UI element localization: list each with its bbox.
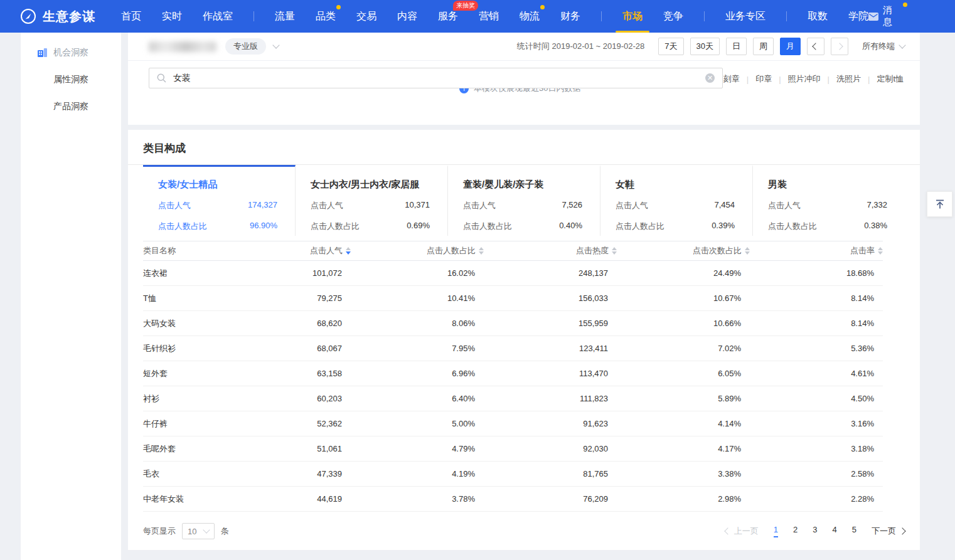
page-number-5[interactable]: 5	[852, 526, 856, 537]
category-tab-title: 男装	[768, 179, 887, 191]
metric-cell: 6.05%	[617, 361, 750, 386]
metric-row: 点击人气7,526	[463, 200, 582, 211]
metric-row: 点击人气7,332	[768, 200, 887, 211]
nav-item-品类[interactable]: 品类	[316, 0, 336, 33]
page-number-3[interactable]: 3	[813, 526, 817, 537]
table-row: 短外套63,1586.96%113,4706.05%4.61%	[143, 361, 883, 386]
sidebar-item-机会洞察[interactable]: 机会洞察	[21, 39, 121, 66]
range-button-月[interactable]: 月	[780, 38, 801, 55]
brand[interactable]: 生意参谋	[0, 8, 95, 25]
range-button-周[interactable]: 周	[753, 38, 774, 55]
range-button-30天[interactable]: 30天	[690, 38, 720, 55]
column-header-点击人数占比[interactable]: 点击人数占比	[351, 241, 484, 261]
chevron-down-icon[interactable]	[272, 41, 279, 48]
hot-search-link-照片冲印[interactable]: 照片冲印	[788, 73, 821, 85]
category-tab-title: 女鞋	[616, 179, 735, 191]
page-number-2[interactable]: 2	[793, 526, 798, 537]
back-to-top-button[interactable]	[927, 191, 952, 217]
metric-cell: 92,030	[484, 436, 617, 462]
column-header-点击人气[interactable]: 点击人气	[218, 241, 351, 261]
per-page-select[interactable]: 10	[182, 523, 215, 539]
hot-search-link-洗照片[interactable]: 洗照片	[836, 73, 861, 85]
sort-desc-caret	[878, 251, 883, 255]
prev-page-button[interactable]: 上一页	[725, 526, 759, 537]
category-tab-童装/婴儿装/亲子装[interactable]: 童装/婴儿装/亲子装点击人气7,526点击人数占比0.40%	[448, 165, 600, 236]
column-header-点击次数占比[interactable]: 点击次数占比	[617, 241, 750, 261]
notification-dot	[540, 5, 545, 9]
metric-value: 96.90%	[250, 221, 277, 232]
category-tab-title: 女士内衣/男士内衣/家居服	[311, 179, 430, 191]
link-separator: |	[868, 75, 870, 84]
nav-item-业务专区[interactable]: 业务专区	[725, 0, 766, 33]
page-number-4[interactable]: 4	[833, 526, 837, 537]
sidebar-item-产品洞察[interactable]: 产品洞察	[21, 93, 121, 120]
prev-period-button[interactable]	[807, 38, 824, 55]
sort-desc-caret	[612, 251, 617, 255]
plan-badge[interactable]: 专业版	[225, 38, 266, 55]
nav-item-物流[interactable]: 物流	[520, 0, 540, 33]
nav-item-实时[interactable]: 实时	[162, 0, 182, 33]
metric-value: 0.69%	[407, 221, 430, 232]
category-tab-title: 童装/婴儿装/亲子装	[463, 179, 582, 191]
category-tabs: 女装/女士精品点击人气174,327点击人数占比96.90%女士内衣/男士内衣/…	[143, 165, 905, 236]
sidebar-item-属性洞察[interactable]: 属性洞察	[21, 66, 121, 93]
metric-cell: 101,072	[218, 261, 351, 286]
category-tab-女装/女士精品[interactable]: 女装/女士精品点击人气174,327点击人数占比96.90%	[143, 165, 296, 236]
nav-item-市场[interactable]: 市场	[622, 0, 643, 33]
metric-cell: 79,275	[218, 286, 351, 311]
category-tab-女士内衣/男士内衣/家居服[interactable]: 女士内衣/男士内衣/家居服点击人气10,371点击人数占比0.69%	[296, 165, 448, 236]
column-label: 点击次数占比	[693, 245, 742, 256]
category-tab-男装[interactable]: 男装点击人气7,332点击人数占比0.38%	[753, 165, 905, 236]
sort-asc-caret	[479, 247, 484, 250]
metric-cell: 8.14%	[750, 286, 883, 311]
nav-item-首页[interactable]: 首页	[121, 0, 141, 33]
table-row: 连衣裙101,07216.02%248,13724.49%18.68%	[143, 261, 883, 286]
range-button-日[interactable]: 日	[726, 38, 747, 55]
nav-item-服务[interactable]: 服务来抽奖	[438, 0, 458, 33]
column-header-点击率[interactable]: 点击率	[750, 241, 883, 261]
nav-item-学院[interactable]: 学院	[848, 0, 868, 33]
search-input[interactable]	[172, 73, 705, 84]
metric-value: 7,454	[714, 200, 735, 211]
metric-row: 点击人数占比96.90%	[158, 221, 277, 232]
messages-button[interactable]: 消息	[868, 4, 901, 28]
metric-cell: 68,067	[218, 336, 351, 361]
metric-cell: 3.16%	[750, 411, 883, 436]
prev-page-label: 上一页	[734, 526, 759, 537]
sort-carets	[612, 247, 617, 255]
nav-item-竞争[interactable]: 竞争	[663, 0, 683, 33]
metric-label: 点击人气	[463, 200, 496, 211]
category-name-cell: 大码女装	[143, 311, 218, 336]
metric-cell: 44,619	[218, 487, 351, 512]
metric-value: 10,371	[405, 200, 430, 211]
metric-row: 点击人数占比0.69%	[311, 221, 430, 232]
hot-search-link-印章[interactable]: 印章	[755, 73, 772, 85]
sort-asc-caret	[346, 247, 351, 250]
hot-search-link-定制t恤[interactable]: 定制t恤	[877, 73, 904, 85]
nav-item-内容[interactable]: 内容	[397, 0, 417, 33]
next-period-button[interactable]	[831, 38, 848, 55]
nav-item-交易[interactable]: 交易	[356, 0, 376, 33]
metric-label: 点击人数占比	[616, 221, 664, 232]
nav-item-作战室[interactable]: 作战室	[203, 0, 233, 33]
metric-cell: 52,362	[218, 411, 351, 436]
nav-item-取数[interactable]: 取数	[808, 0, 828, 33]
category-tab-女鞋[interactable]: 女鞋点击人气7,454点击人数占比0.39%	[600, 165, 753, 236]
next-page-button[interactable]: 下一页	[872, 526, 905, 537]
nav-item-财务[interactable]: 财务	[560, 0, 580, 33]
nav-item-流量[interactable]: 流量	[275, 0, 295, 33]
column-label: 点击热度	[576, 245, 609, 256]
page-number-1[interactable]: 1	[774, 526, 778, 537]
metric-cell: 7.02%	[617, 336, 750, 361]
hot-search-link-刻章[interactable]: 刻章	[723, 73, 740, 85]
clear-search-icon[interactable]: ✕	[705, 73, 715, 83]
sort-carets	[745, 247, 750, 255]
metric-value: 0.39%	[712, 221, 735, 232]
brand-name: 生意参谋	[43, 8, 95, 25]
building-icon	[37, 48, 48, 58]
column-header-点击热度[interactable]: 点击热度	[484, 241, 617, 261]
nav-item-营销[interactable]: 营销	[479, 0, 499, 33]
metric-cell: 10.66%	[617, 311, 750, 336]
range-button-7天[interactable]: 7天	[658, 38, 683, 55]
terminal-selector[interactable]: 所有终端	[862, 41, 905, 52]
